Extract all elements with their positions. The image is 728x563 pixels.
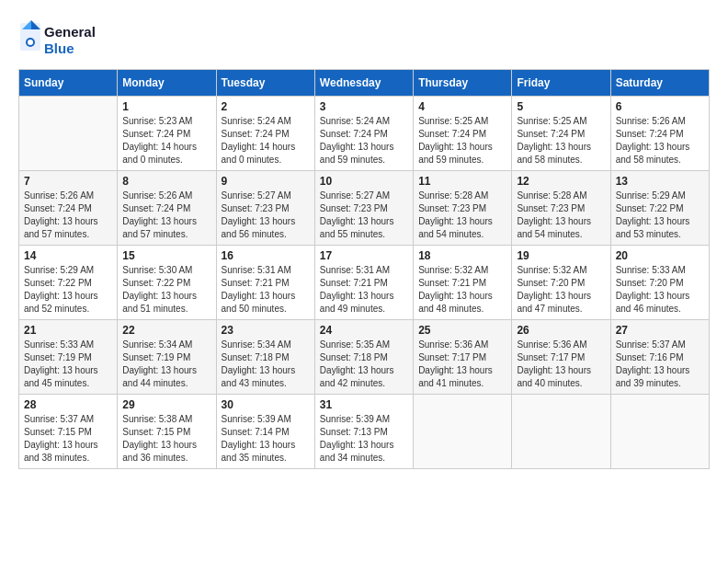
day-cell: 27Sunrise: 5:37 AM Sunset: 7:16 PM Dayli… bbox=[610, 320, 709, 395]
day-info: Sunrise: 5:31 AM Sunset: 7:21 PM Dayligh… bbox=[222, 264, 310, 316]
day-number: 2 bbox=[222, 100, 310, 113]
day-cell: 11Sunrise: 5:28 AM Sunset: 7:23 PM Dayli… bbox=[414, 171, 512, 246]
logo: General Blue bbox=[18, 18, 101, 60]
header-cell-saturday: Saturday bbox=[610, 70, 709, 97]
day-info: Sunrise: 5:27 AM Sunset: 7:23 PM Dayligh… bbox=[320, 190, 408, 241]
day-number: 29 bbox=[122, 398, 210, 411]
day-number: 15 bbox=[122, 249, 210, 262]
day-number: 10 bbox=[320, 175, 408, 188]
day-cell: 21Sunrise: 5:33 AM Sunset: 7:19 PM Dayli… bbox=[19, 320, 118, 395]
day-cell: 9Sunrise: 5:27 AM Sunset: 7:23 PM Daylig… bbox=[216, 171, 314, 246]
day-cell: 1Sunrise: 5:23 AM Sunset: 7:24 PM Daylig… bbox=[118, 97, 216, 171]
week-row-2: 7Sunrise: 5:26 AM Sunset: 7:24 PM Daylig… bbox=[19, 171, 710, 246]
day-cell: 5Sunrise: 5:25 AM Sunset: 7:24 PM Daylig… bbox=[512, 97, 610, 171]
day-number: 22 bbox=[122, 324, 210, 337]
header-cell-sunday: Sunday bbox=[19, 70, 118, 97]
day-cell: 29Sunrise: 5:38 AM Sunset: 7:15 PM Dayli… bbox=[118, 395, 216, 469]
day-cell: 19Sunrise: 5:32 AM Sunset: 7:20 PM Dayli… bbox=[512, 246, 610, 320]
day-info: Sunrise: 5:37 AM Sunset: 7:16 PM Dayligh… bbox=[616, 339, 704, 390]
day-number: 13 bbox=[616, 175, 704, 188]
day-cell: 23Sunrise: 5:34 AM Sunset: 7:18 PM Dayli… bbox=[216, 320, 314, 395]
day-number: 27 bbox=[616, 324, 704, 337]
day-cell bbox=[610, 395, 709, 469]
day-number: 11 bbox=[418, 175, 506, 188]
day-info: Sunrise: 5:24 AM Sunset: 7:24 PM Dayligh… bbox=[222, 115, 310, 167]
day-info: Sunrise: 5:35 AM Sunset: 7:18 PM Dayligh… bbox=[320, 339, 408, 390]
day-info: Sunrise: 5:27 AM Sunset: 7:23 PM Dayligh… bbox=[222, 190, 310, 241]
header-cell-wednesday: Wednesday bbox=[314, 70, 413, 97]
day-number: 4 bbox=[418, 100, 506, 113]
week-row-5: 28Sunrise: 5:37 AM Sunset: 7:15 PM Dayli… bbox=[19, 395, 710, 469]
day-cell: 7Sunrise: 5:26 AM Sunset: 7:24 PM Daylig… bbox=[19, 171, 118, 246]
day-number: 6 bbox=[616, 100, 704, 113]
header-row: SundayMondayTuesdayWednesdayThursdayFrid… bbox=[19, 70, 710, 97]
day-cell bbox=[19, 97, 118, 171]
logo-svg: General Blue bbox=[18, 18, 101, 60]
header-cell-monday: Monday bbox=[118, 70, 216, 97]
day-cell: 17Sunrise: 5:31 AM Sunset: 7:21 PM Dayli… bbox=[314, 246, 413, 320]
day-cell: 10Sunrise: 5:27 AM Sunset: 7:23 PM Dayli… bbox=[314, 171, 413, 246]
day-number: 19 bbox=[517, 249, 605, 262]
day-info: Sunrise: 5:25 AM Sunset: 7:24 PM Dayligh… bbox=[418, 115, 506, 167]
day-number: 25 bbox=[418, 324, 506, 337]
day-cell: 31Sunrise: 5:39 AM Sunset: 7:13 PM Dayli… bbox=[314, 395, 413, 469]
day-cell: 24Sunrise: 5:35 AM Sunset: 7:18 PM Dayli… bbox=[314, 320, 413, 395]
day-cell: 18Sunrise: 5:32 AM Sunset: 7:21 PM Dayli… bbox=[414, 246, 512, 320]
svg-text:Blue: Blue bbox=[44, 40, 74, 56]
day-cell: 28Sunrise: 5:37 AM Sunset: 7:15 PM Dayli… bbox=[19, 395, 118, 469]
svg-point-6 bbox=[28, 40, 33, 45]
day-info: Sunrise: 5:28 AM Sunset: 7:23 PM Dayligh… bbox=[418, 190, 506, 241]
day-number: 14 bbox=[24, 249, 112, 262]
day-cell: 8Sunrise: 5:26 AM Sunset: 7:24 PM Daylig… bbox=[118, 171, 216, 246]
day-cell bbox=[414, 395, 512, 469]
day-number: 9 bbox=[222, 175, 310, 188]
day-info: Sunrise: 5:29 AM Sunset: 7:22 PM Dayligh… bbox=[616, 190, 704, 241]
day-cell: 25Sunrise: 5:36 AM Sunset: 7:17 PM Dayli… bbox=[414, 320, 512, 395]
week-row-1: 1Sunrise: 5:23 AM Sunset: 7:24 PM Daylig… bbox=[19, 97, 710, 171]
day-cell: 3Sunrise: 5:24 AM Sunset: 7:24 PM Daylig… bbox=[314, 97, 413, 171]
day-number: 12 bbox=[517, 175, 605, 188]
day-number: 1 bbox=[122, 100, 210, 113]
day-info: Sunrise: 5:24 AM Sunset: 7:24 PM Dayligh… bbox=[320, 115, 408, 167]
day-info: Sunrise: 5:29 AM Sunset: 7:22 PM Dayligh… bbox=[24, 264, 112, 316]
day-number: 26 bbox=[517, 324, 605, 337]
day-number: 31 bbox=[320, 398, 408, 411]
day-info: Sunrise: 5:26 AM Sunset: 7:24 PM Dayligh… bbox=[616, 115, 704, 167]
day-cell: 14Sunrise: 5:29 AM Sunset: 7:22 PM Dayli… bbox=[19, 246, 118, 320]
day-info: Sunrise: 5:36 AM Sunset: 7:17 PM Dayligh… bbox=[418, 339, 506, 390]
day-info: Sunrise: 5:31 AM Sunset: 7:21 PM Dayligh… bbox=[320, 264, 408, 316]
page-header: General Blue bbox=[18, 18, 710, 60]
calendar-table: SundayMondayTuesdayWednesdayThursdayFrid… bbox=[18, 69, 710, 469]
day-info: Sunrise: 5:39 AM Sunset: 7:13 PM Dayligh… bbox=[320, 413, 408, 465]
day-info: Sunrise: 5:30 AM Sunset: 7:22 PM Dayligh… bbox=[122, 264, 210, 316]
day-cell: 13Sunrise: 5:29 AM Sunset: 7:22 PM Dayli… bbox=[610, 171, 709, 246]
header-cell-friday: Friday bbox=[512, 70, 610, 97]
day-info: Sunrise: 5:39 AM Sunset: 7:14 PM Dayligh… bbox=[222, 413, 310, 465]
week-row-3: 14Sunrise: 5:29 AM Sunset: 7:22 PM Dayli… bbox=[19, 246, 710, 320]
day-info: Sunrise: 5:23 AM Sunset: 7:24 PM Dayligh… bbox=[122, 115, 210, 167]
day-info: Sunrise: 5:26 AM Sunset: 7:24 PM Dayligh… bbox=[24, 190, 112, 241]
day-info: Sunrise: 5:26 AM Sunset: 7:24 PM Dayligh… bbox=[122, 190, 210, 241]
day-cell: 20Sunrise: 5:33 AM Sunset: 7:20 PM Dayli… bbox=[610, 246, 709, 320]
day-number: 20 bbox=[616, 249, 704, 262]
day-number: 17 bbox=[320, 249, 408, 262]
day-info: Sunrise: 5:37 AM Sunset: 7:15 PM Dayligh… bbox=[24, 413, 112, 465]
day-cell: 16Sunrise: 5:31 AM Sunset: 7:21 PM Dayli… bbox=[216, 246, 314, 320]
day-number: 28 bbox=[24, 398, 112, 411]
day-info: Sunrise: 5:33 AM Sunset: 7:19 PM Dayligh… bbox=[24, 339, 112, 390]
day-number: 30 bbox=[222, 398, 310, 411]
day-number: 8 bbox=[122, 175, 210, 188]
day-info: Sunrise: 5:34 AM Sunset: 7:19 PM Dayligh… bbox=[122, 339, 210, 390]
day-info: Sunrise: 5:32 AM Sunset: 7:20 PM Dayligh… bbox=[517, 264, 605, 316]
day-cell: 22Sunrise: 5:34 AM Sunset: 7:19 PM Dayli… bbox=[118, 320, 216, 395]
day-number: 16 bbox=[222, 249, 310, 262]
week-row-4: 21Sunrise: 5:33 AM Sunset: 7:19 PM Dayli… bbox=[19, 320, 710, 395]
day-info: Sunrise: 5:25 AM Sunset: 7:24 PM Dayligh… bbox=[517, 115, 605, 167]
day-number: 3 bbox=[320, 100, 408, 113]
day-info: Sunrise: 5:34 AM Sunset: 7:18 PM Dayligh… bbox=[222, 339, 310, 390]
day-cell: 15Sunrise: 5:30 AM Sunset: 7:22 PM Dayli… bbox=[118, 246, 216, 320]
day-number: 7 bbox=[24, 175, 112, 188]
day-info: Sunrise: 5:38 AM Sunset: 7:15 PM Dayligh… bbox=[122, 413, 210, 465]
day-cell: 12Sunrise: 5:28 AM Sunset: 7:23 PM Dayli… bbox=[512, 171, 610, 246]
svg-text:General: General bbox=[44, 24, 96, 40]
